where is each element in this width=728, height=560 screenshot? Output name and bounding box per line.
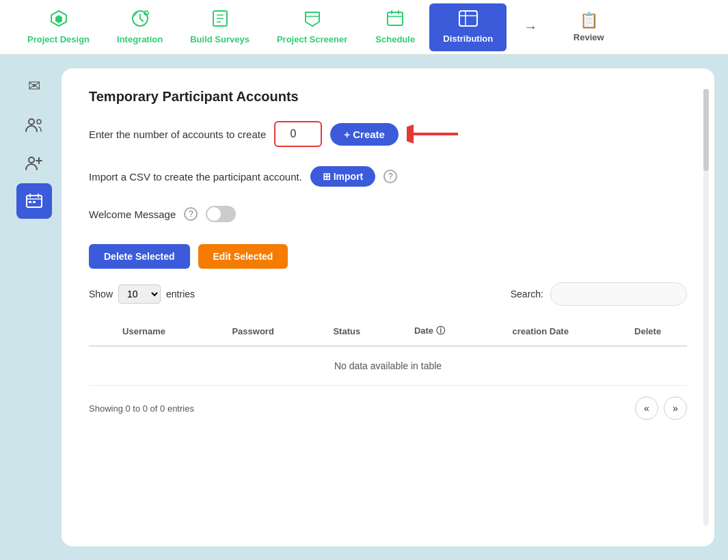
nav-label-review: Review	[574, 32, 604, 42]
table-body: No data available in table	[89, 346, 687, 386]
nav-label-distribution: Distribution	[443, 34, 493, 44]
nav-label-schedule: Schedule	[375, 34, 415, 44]
svg-marker-6	[306, 12, 319, 26]
content-panel: Temporary Participant Accounts Enter the…	[62, 68, 714, 546]
table-head: Username Password Status Date ⓘ creation…	[89, 317, 687, 346]
nav-icon-project-design	[50, 10, 68, 31]
nav-item-integration[interactable]: Integration	[103, 3, 176, 51]
nav-label-project-screener: Project Screener	[277, 34, 347, 44]
nav-label-build-surveys: Build Surveys	[190, 34, 250, 44]
import-row-label: Import a CSV to create the participant a…	[89, 171, 302, 183]
scrollbar-track	[703, 89, 709, 526]
scrollbar-thumb[interactable]	[703, 89, 709, 171]
svg-rect-25	[33, 201, 36, 203]
col-username: Username	[89, 317, 199, 346]
pagination-buttons: « »	[635, 397, 687, 420]
nav-icon-project-screener	[304, 10, 321, 31]
nav-item-schedule[interactable]: Schedule	[361, 3, 429, 51]
nav-item-review[interactable]: 📋 Review	[554, 3, 623, 51]
pagination-row: Showing 0 to 0 of 0 entries « »	[89, 397, 687, 420]
col-password: Password	[199, 317, 307, 346]
welcome-message-label: Welcome Message	[89, 209, 176, 220]
nav-icon-integration	[131, 10, 149, 31]
prev-page-button[interactable]: «	[635, 397, 658, 420]
table-empty-row: No data available in table	[89, 346, 687, 386]
show-entries: Show 10 25 50 100 entries	[89, 284, 195, 304]
entries-select[interactable]: 10 25 50 100	[118, 284, 161, 304]
search-label: Search:	[511, 289, 543, 299]
import-row: Import a CSV to create the participant a…	[89, 166, 687, 187]
nav-item-build-surveys[interactable]: Build Surveys	[176, 3, 263, 51]
nav-icon-build-surveys	[211, 10, 229, 31]
welcome-toggle[interactable]	[206, 206, 236, 222]
nav-label-project-design: Project Design	[27, 34, 90, 44]
show-label: Show	[89, 289, 113, 299]
search-row: Search:	[511, 282, 687, 306]
nav-icon-review: 📋	[580, 12, 598, 29]
pagination-info: Showing 0 to 0 of 0 entries	[89, 403, 194, 414]
svg-point-17	[29, 157, 34, 163]
import-help-icon[interactable]: ?	[383, 170, 397, 183]
sidebar-item-schedule[interactable]	[16, 183, 52, 219]
welcome-row: Welcome Message ?	[89, 206, 687, 222]
entries-label: entries	[166, 289, 195, 299]
sidebar-item-email[interactable]: ✉	[16, 68, 52, 104]
create-row-label: Enter the number of accounts to create	[89, 129, 266, 140]
arrow-annotation	[407, 124, 461, 144]
welcome-help-icon[interactable]: ?	[184, 207, 198, 221]
nav-item-project-screener[interactable]: Project Screener	[263, 3, 361, 51]
nav-item-project-design[interactable]: Project Design	[14, 3, 103, 51]
create-row: Enter the number of accounts to create +…	[89, 121, 687, 147]
svg-rect-8	[388, 12, 403, 25]
panel-title: Temporary Participant Accounts	[89, 89, 687, 105]
col-status: Status	[307, 317, 386, 346]
sidebar-item-people[interactable]	[16, 107, 52, 142]
svg-rect-24	[29, 201, 31, 203]
entries-row: Show 10 25 50 100 entries Search:	[89, 282, 687, 306]
nav-label-integration: Integration	[117, 34, 163, 44]
col-creation-date: creation Date	[472, 317, 608, 346]
svg-point-16	[37, 120, 41, 124]
create-button[interactable]: + Create	[330, 123, 399, 146]
edit-selected-button[interactable]: Edit Selected	[198, 244, 288, 269]
nav-icon-schedule	[386, 10, 404, 31]
top-navigation: Project Design Integration Build Surveys…	[0, 0, 728, 55]
col-delete: Delete	[608, 317, 687, 346]
next-page-button[interactable]: »	[664, 397, 687, 420]
search-input[interactable]	[550, 282, 687, 306]
nav-item-arrow[interactable]: →	[507, 3, 554, 51]
sidebar-item-add-user[interactable]	[16, 145, 52, 181]
delete-selected-button[interactable]: Delete Selected	[89, 244, 190, 269]
left-sidebar: ✉	[14, 68, 55, 546]
participants-table: Username Password Status Date ⓘ creation…	[89, 317, 687, 386]
nav-item-distribution[interactable]: Distribution	[429, 3, 507, 51]
accounts-count-input[interactable]	[274, 121, 322, 147]
import-button[interactable]: ⊞ Import	[310, 166, 375, 187]
nav-icon-distribution	[459, 10, 478, 31]
action-buttons: Delete Selected Edit Selected	[89, 244, 687, 269]
no-data-message: No data available in table	[89, 346, 687, 386]
svg-rect-12	[459, 11, 477, 26]
main-area: ✉	[0, 55, 728, 560]
col-date: Date ⓘ	[386, 317, 472, 346]
svg-point-15	[29, 119, 34, 124]
